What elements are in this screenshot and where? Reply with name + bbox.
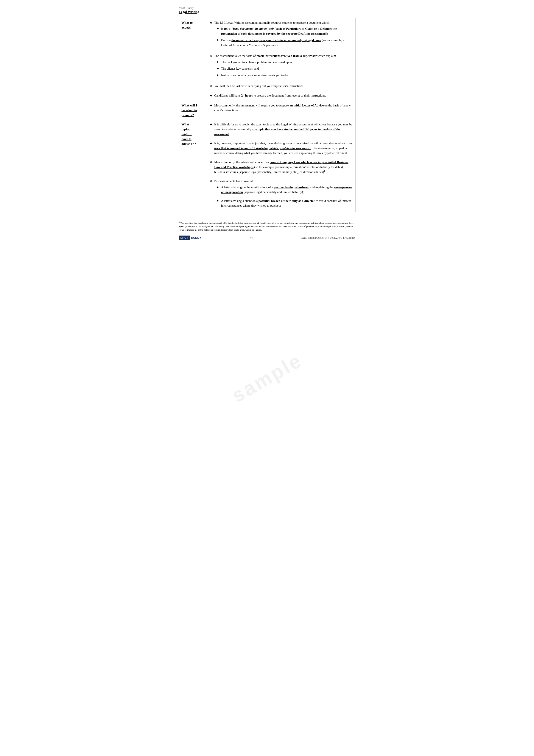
sub-bullets: ➤ Is not a "legal document" in and of it…	[216, 26, 353, 47]
arrow-icon: ➤	[216, 38, 221, 42]
sub-bullet-item: ➤ A letter advising on the ramifications…	[216, 185, 353, 195]
bullet-item: ❖ Most commonly, the assessment will req…	[210, 103, 353, 113]
arrow-icon: ➤	[216, 26, 221, 31]
arrow-icon: ➤	[216, 66, 221, 71]
footnote-section: 1 You may find that purchasing the indiv…	[179, 219, 355, 232]
table-row: What will Ibe asked toprepare? ❖ Most co…	[179, 101, 355, 120]
sub-bullet-text: The client's key concerns; and	[221, 66, 353, 71]
footer-right-text: Legal Writing Guide | 1 | v 1.0 2023 | ©…	[301, 236, 355, 239]
logo-brand-text: BUDDY	[191, 236, 201, 239]
bullet-item: ❖ The LPC Legal Writing assessment norma…	[210, 20, 353, 49]
section-content-what-topics: ❖ It is difficult for us to predict the …	[207, 120, 355, 212]
bullet-item: ❖ Candidates will have 24 hours to prepa…	[210, 93, 353, 98]
sub-bullet-item: ➤ The client's key concerns; and	[216, 66, 353, 71]
bullet-text: It is, however, important to note just t…	[214, 141, 353, 155]
footnote-number: 1	[179, 221, 180, 223]
logo-dot	[187, 237, 188, 239]
sub-bullet-item: ➤ But is a document which requires you t…	[216, 38, 353, 47]
section-label-what-topics: Whattopicsmight Ihave toadvise on?	[179, 120, 207, 212]
bullet-item: ❖ The assessment takes the form of mock …	[210, 53, 353, 79]
diamond-icon: ❖	[210, 160, 214, 165]
section-content-what-to-expect: ❖ The LPC Legal Writing assessment norma…	[207, 18, 355, 101]
sub-bullet-text: Instructions on what your supervisor wan…	[221, 73, 353, 78]
bullet-item: ❖ You will then be tasked with carrying …	[210, 84, 353, 89]
diamond-icon: ❖	[210, 122, 214, 127]
sub-bullet-item: ➤ Is not a "legal document" in and of it…	[216, 26, 353, 36]
bullet-text: The assessment takes the form of mock in…	[214, 53, 353, 79]
arrow-icon: ➤	[216, 199, 221, 203]
diamond-icon: ❖	[210, 103, 214, 108]
sub-bullet-item: ➤ A letter advising a client on a potent…	[216, 199, 353, 208]
section-content-what-will-i: ❖ Most commonly, the assessment will req…	[207, 101, 355, 120]
arrow-icon: ➤	[216, 185, 221, 190]
diamond-icon: ❖	[210, 20, 214, 25]
diamond-icon: ❖	[210, 53, 214, 59]
page-number: 44	[250, 236, 253, 239]
diamond-icon: ❖	[210, 93, 214, 98]
sub-bullet-item: ➤ Instructions on what your supervisor w…	[216, 73, 353, 78]
bullet-text: The LPC Legal Writing assessment normall…	[214, 20, 353, 49]
table-row: What toexpect! ❖ The LPC Legal Writing a…	[179, 18, 355, 101]
sub-bullet-text: A letter advising a client on a potentia…	[221, 199, 353, 208]
diamond-icon: ❖	[210, 179, 214, 184]
bullet-item: ❖ Past assessments have covered: ➤ A let…	[210, 179, 353, 210]
logo-box: LPC	[179, 235, 190, 240]
arrow-icon: ➤	[216, 60, 221, 65]
bullet-item: ❖ It is, however, important to note just…	[210, 141, 353, 155]
bullet-text: Past assessments have covered: ➤ A lette…	[214, 179, 353, 210]
section-label-what-to-expect: What toexpect!	[179, 18, 207, 101]
sub-bullet-text: The background to a client's problem to …	[221, 60, 353, 65]
table-row: Whattopicsmight Ihave toadvise on? ❖ It …	[179, 120, 355, 212]
footnote-link[interactable]: Business Law & Practice	[243, 221, 268, 224]
main-content-table: What toexpect! ❖ The LPC Legal Writing a…	[179, 18, 355, 212]
sub-bullet-item: ➤ The background to a client's problem t…	[216, 60, 353, 65]
sub-bullet-text: But is a document which requires you to …	[221, 38, 353, 47]
bullet-text: Candidates will have 24 hours to prepare…	[214, 93, 353, 98]
bullet-item: ❖ It is difficult for us to predict the …	[210, 122, 353, 136]
page-footer: LPC BUDDY 44 Legal Writing Guide | 1 | v…	[179, 235, 355, 240]
bullet-item: ❖ Most commonly, the advice will concern…	[210, 160, 353, 174]
bullet-text: Most commonly, the advice will concern a…	[214, 160, 353, 174]
bullet-text: It is difficult for us to predict the ex…	[214, 122, 353, 136]
sub-bullet-text: A letter advising on the ramifications o…	[221, 185, 353, 195]
bullet-text: You will then be tasked with carrying ou…	[214, 84, 353, 88]
copyright-text: © LPC Buddy	[179, 7, 355, 10]
footnote-text: You may find that purchasing the individ…	[179, 221, 354, 231]
sub-bullets: ➤ The background to a client's problem t…	[216, 60, 353, 78]
page-title: Legal Writing	[179, 10, 355, 14]
diamond-icon: ❖	[210, 141, 214, 146]
diamond-icon: ❖	[210, 84, 214, 89]
sub-bullet-text: Is not a "legal document" in and of itse…	[221, 26, 353, 36]
sub-bullets: ➤ A letter advising on the ramifications…	[216, 185, 353, 208]
arrow-icon: ➤	[216, 73, 221, 78]
section-label-what-will-i: What will Ibe asked toprepare?	[179, 101, 207, 120]
footer-logo: LPC BUDDY	[179, 235, 201, 240]
bullet-text: Most commonly, the assessment will requi…	[214, 103, 353, 113]
